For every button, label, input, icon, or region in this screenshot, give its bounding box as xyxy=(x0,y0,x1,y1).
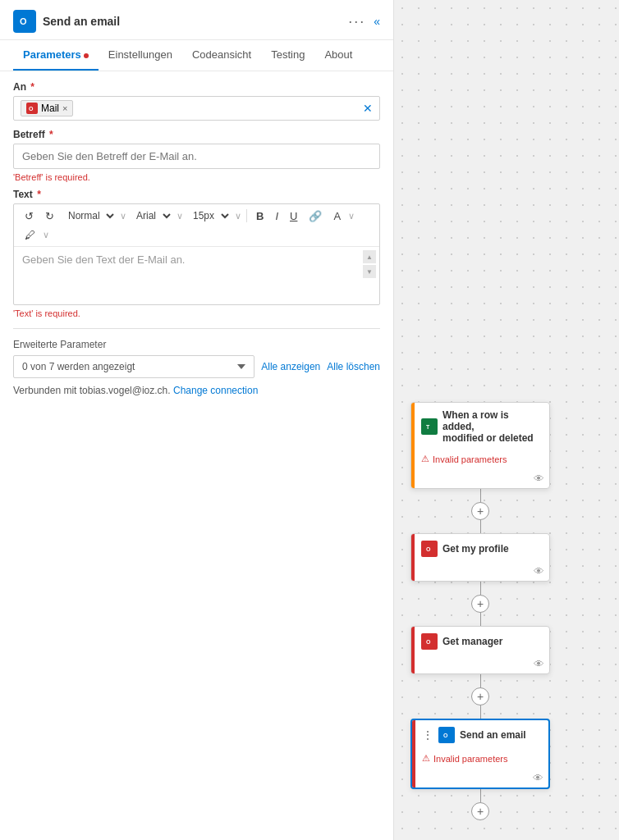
size-select[interactable]: 15px xyxy=(186,208,232,224)
bold-button[interactable]: B xyxy=(252,208,268,224)
mail-tag: O Mail × xyxy=(21,100,73,116)
eye-icon-trigger[interactable]: 👁 xyxy=(534,472,544,485)
tab-about[interactable]: About xyxy=(314,40,362,71)
advanced-select-row: 0 von 7 werden angezeigt Alle anzeigen A… xyxy=(13,355,380,378)
eye-icon-manager[interactable]: 👁 xyxy=(534,658,544,670)
node-header-profile: O Get my profile xyxy=(411,534,549,564)
highlight-button[interactable]: 🖊 xyxy=(21,227,39,243)
flow-connector-2: + xyxy=(471,582,489,626)
add-step-2-button[interactable]: + xyxy=(471,595,489,613)
node-menu-button[interactable]: ⋮ xyxy=(422,728,433,742)
text-label: Text * xyxy=(13,189,380,200)
svg-text:O: O xyxy=(20,16,27,26)
node-body-email: ⚠ Invalid parameters xyxy=(412,750,548,770)
tab-einstellungen[interactable]: Einstellungen xyxy=(99,40,182,71)
node-body-trigger: ⚠ Invalid parameters xyxy=(411,450,549,471)
to-field-inner: O Mail × xyxy=(21,100,363,116)
node-icon-email: O xyxy=(438,727,455,743)
advanced-label: Erweiterte Parameter xyxy=(13,339,380,350)
scroll-up-button[interactable]: ▲ xyxy=(363,250,376,263)
italic-button[interactable]: I xyxy=(271,208,282,224)
redo-button[interactable]: ↻ xyxy=(41,208,58,224)
subject-input[interactable] xyxy=(13,144,380,169)
panel-header: O Send an email ··· « xyxy=(0,0,393,40)
connector-line-2b xyxy=(480,613,481,626)
scroll-down-button[interactable]: ▼ xyxy=(363,265,376,278)
connector-line-4 xyxy=(480,789,481,802)
svg-text:O: O xyxy=(29,106,34,112)
flow-node-trigger[interactable]: T When a row is added,modified or delete… xyxy=(410,402,550,489)
connection-info: Verbunden mit tobias.vogel@ioz.ch. Chang… xyxy=(13,385,380,396)
tab-dot xyxy=(84,53,89,58)
warning-icon-email: ⚠ xyxy=(422,753,430,764)
node-left-bar-manager xyxy=(411,627,415,673)
collapse-button[interactable]: « xyxy=(374,15,380,28)
add-step-3-button[interactable]: + xyxy=(471,687,489,705)
connector-line-2 xyxy=(480,582,481,595)
node-eye-profile: 👁 xyxy=(411,564,549,581)
flow-connector-3: + xyxy=(471,674,489,719)
left-panel: O Send an email ··· « Parameters Einstel… xyxy=(0,0,394,840)
editor-placeholder: Geben Sie den Text der E-Mail an. xyxy=(22,253,186,266)
font-color-button[interactable]: A xyxy=(329,208,345,224)
app-icon: O xyxy=(13,10,36,33)
svg-text:O: O xyxy=(426,546,431,552)
warning-icon-trigger: ⚠ xyxy=(421,454,429,464)
node-title-manager: Get manager xyxy=(442,636,543,647)
more-options-button[interactable]: ··· xyxy=(348,13,365,30)
eye-icon-email[interactable]: 👁 xyxy=(533,772,543,784)
node-icon-manager: O xyxy=(421,633,438,650)
node-header-trigger: T When a row is added,modified or delete… xyxy=(411,403,549,450)
connector-line-1b xyxy=(480,520,481,533)
style-select[interactable]: Normal xyxy=(62,208,117,224)
mail-tag-remove[interactable]: × xyxy=(62,103,67,113)
subject-label: Betreff * xyxy=(13,129,380,140)
svg-text:O: O xyxy=(426,639,431,645)
text-error: 'Text' is required. xyxy=(13,308,380,318)
node-warning-trigger: ⚠ Invalid parameters xyxy=(421,454,543,464)
show-all-button[interactable]: Alle anzeigen xyxy=(261,361,320,372)
tab-testing[interactable]: Testing xyxy=(261,40,314,71)
undo-button[interactable]: ↺ xyxy=(21,208,38,224)
editor-body[interactable]: Geben Sie den Text der E-Mail an. ▲ ▼ xyxy=(14,247,379,304)
header-left: O Send an email xyxy=(13,10,120,33)
svg-text:T: T xyxy=(426,424,430,430)
underline-button[interactable]: U xyxy=(286,208,301,224)
to-label: An * xyxy=(13,81,380,93)
panel-title: Send an email xyxy=(43,15,120,28)
tab-parameters[interactable]: Parameters xyxy=(13,40,99,71)
delete-all-button[interactable]: Alle löschen xyxy=(327,361,380,372)
flow-node-get-manager[interactable]: O Get manager 👁 xyxy=(410,626,550,674)
text-editor: ↺ ↻ Normal ∨ Arial ∨ 15px ∨ B I U 🔗 xyxy=(13,203,380,305)
change-connection-link[interactable]: Change connection xyxy=(173,385,258,396)
node-icon-trigger: T xyxy=(421,418,438,435)
connector-line-1 xyxy=(480,489,481,502)
node-icon-profile: O xyxy=(421,541,438,557)
node-header-email: ⋮ O Send an email xyxy=(412,720,548,750)
node-eye-trigger: 👁 xyxy=(411,471,549,488)
link-button[interactable]: 🔗 xyxy=(305,208,326,224)
node-left-bar-profile xyxy=(411,534,415,581)
add-step-4-button[interactable]: + xyxy=(471,802,489,820)
font-select[interactable]: Arial xyxy=(130,208,173,224)
to-field-clear-button[interactable]: ✕ xyxy=(363,102,373,115)
to-field-container[interactable]: O Mail × ✕ xyxy=(13,96,380,121)
node-left-bar-trigger xyxy=(411,403,415,488)
flow-node-send-email[interactable]: ⋮ O Send an email ⚠ Invalid parameters 👁 xyxy=(410,719,550,789)
editor-toolbar: ↺ ↻ Normal ∨ Arial ∨ 15px ∨ B I U 🔗 xyxy=(14,204,379,247)
editor-scroll-btns: ▲ ▼ xyxy=(363,250,376,278)
node-header-manager: O Get manager xyxy=(411,627,549,656)
node-left-bar-email xyxy=(412,720,415,788)
node-title-trigger: When a row is added,modified or deleted xyxy=(442,409,543,444)
subject-error: 'Betreff' is required. xyxy=(13,172,380,182)
advanced-select[interactable]: 0 von 7 werden angezeigt xyxy=(13,355,254,378)
eye-icon-profile[interactable]: 👁 xyxy=(534,565,544,578)
flow-node-get-my-profile[interactable]: O Get my profile 👁 xyxy=(410,533,550,582)
flow-connector-1: + xyxy=(471,489,489,533)
connector-line-3b xyxy=(480,705,481,719)
tabs-bar: Parameters Einstellungen Codeansicht Tes… xyxy=(0,40,393,71)
node-eye-email: 👁 xyxy=(412,770,548,788)
tab-codeansicht[interactable]: Codeansicht xyxy=(182,40,261,71)
node-eye-manager: 👁 xyxy=(411,656,549,673)
add-step-1-button[interactable]: + xyxy=(471,502,489,520)
